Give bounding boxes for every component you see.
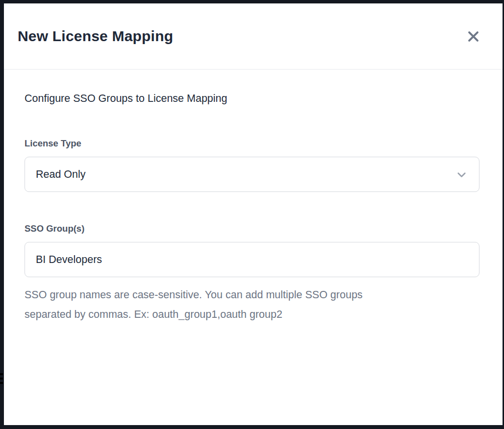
sso-groups-field: SSO Group(s) SSO group names are case-se… [25, 222, 479, 324]
sso-groups-input[interactable] [25, 242, 479, 277]
sso-groups-help: SSO group names are case-sensitive. You … [25, 285, 456, 324]
modal-header: New License Mapping [4, 3, 503, 70]
license-type-label: License Type [25, 137, 479, 150]
page-background: New License Mapping Configure SSO Groups… [0, 0, 504, 429]
modal-title: New License Mapping [18, 28, 173, 45]
background-list-icon [0, 373, 3, 386]
sso-groups-help-line2: separated by commas. Ex: oauth_group1,oa… [25, 305, 456, 324]
sso-groups-help-line1: SSO group names are case-sensitive. You … [25, 285, 456, 305]
sso-groups-label: SSO Group(s) [25, 222, 479, 235]
license-type-select[interactable]: Read Only [25, 157, 479, 192]
modal-body: Configure SSO Groups to License Mapping … [4, 70, 503, 324]
close-button[interactable] [465, 28, 482, 45]
new-license-mapping-modal: New License Mapping Configure SSO Groups… [4, 3, 503, 425]
modal-subtitle: Configure SSO Groups to License Mapping [25, 92, 479, 105]
close-icon [467, 30, 480, 43]
license-type-field: License Type Read Only [25, 137, 479, 192]
license-type-selected-value: Read Only [36, 168, 86, 181]
chevron-down-icon [455, 168, 468, 181]
